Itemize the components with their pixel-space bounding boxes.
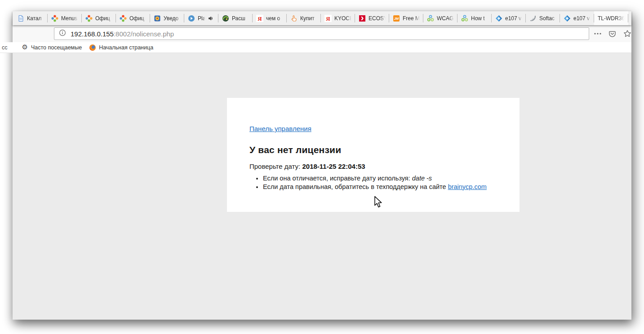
tab-strip: КаталMenusОфицОфицУведоPlaРасшЯчем оКупи… (13, 11, 631, 25)
tab-label: How t (471, 15, 489, 22)
joomla-icon (120, 15, 127, 22)
list-item: Если она отличается, исправьте дату испо… (263, 174, 497, 183)
browser-tab[interactable]: Pla (184, 11, 218, 25)
softaculous-icon (529, 15, 537, 22)
tab-label: Free M (403, 15, 420, 22)
browser-tab[interactable]: Расш (218, 11, 253, 25)
joomla-icon (51, 15, 58, 22)
browser-tab[interactable]: ECOSY (355, 11, 389, 25)
browser-tab[interactable]: Купит (287, 11, 321, 25)
browser-tab[interactable]: Ячем о (253, 11, 287, 25)
e107-diamond-icon (564, 15, 571, 22)
page-title: У вас нет лицензии (249, 145, 497, 155)
check-date-line: Проверьте дату: 2018-11-25 22:04:53 (249, 163, 497, 170)
instructions-list: Если она отличается, исправьте дату испо… (249, 174, 497, 191)
bookmark-star-icon[interactable] (623, 30, 631, 38)
tab-label: чем о (266, 15, 284, 22)
tab-label: e107 v (573, 15, 591, 22)
svg-text:Я: Я (326, 15, 330, 22)
e107-diamond-icon (495, 15, 502, 22)
tab-label: Уведо (164, 15, 181, 22)
url-text: 192.168.0.155:8002/nolicense.php (71, 30, 174, 38)
joomla-icon (85, 15, 93, 22)
tab-label: WCAG (437, 15, 454, 22)
bookmark-label: Начальная страница (99, 44, 153, 51)
pocket-icon[interactable] (608, 30, 616, 38)
tab-audio-icon[interactable] (208, 16, 213, 21)
date-value: 2018-11-25 22:04:53 (302, 163, 365, 170)
tab-label: Офиц (95, 15, 113, 22)
browser-tab[interactable]: JMFree M (389, 11, 423, 25)
navigation-toolbar: 192.168.0.155:8002/nolicense.php (13, 25, 631, 42)
page-viewport: Панель управления У вас нет лицензии Про… (13, 53, 631, 320)
catalog-doc-icon (17, 15, 24, 22)
browser-tab[interactable]: Офиц (82, 11, 116, 25)
browser-window: КаталMenusОфицОфицУведоPlaРасшЯчем оКупи… (13, 11, 631, 320)
browser-tab[interactable]: Softac (526, 11, 560, 25)
tab-label: KYOCE (334, 15, 352, 22)
extensions-green-icon (222, 15, 229, 22)
svg-text:Я: Я (258, 15, 262, 22)
tab-label: Softac (539, 15, 557, 22)
browser-tab[interactable]: Катал (13, 11, 48, 25)
browser-tab[interactable]: How t (457, 11, 492, 25)
browser-tab[interactable]: TL-WDR36 (594, 11, 628, 25)
tri-circles-icon (461, 15, 468, 22)
bookmarks-bar: сс ⚙ Часто посещаемые Начальная страница (0, 42, 631, 53)
bookmark-item-home[interactable]: Начальная страница (89, 44, 153, 51)
browser-tab[interactable]: Офиц (116, 11, 150, 25)
url-input[interactable]: 192.168.0.155:8002/nolicense.php (54, 27, 589, 40)
browser-tab[interactable]: e107 v (492, 11, 526, 25)
browser-tab[interactable]: WCAG (423, 11, 457, 25)
site-info-icon[interactable] (59, 29, 66, 38)
bookmark-label: Часто посещаемые (31, 44, 82, 51)
tab-label: Menus (61, 15, 79, 22)
browser-tab[interactable]: Menus (48, 11, 82, 25)
tab-label: ECOSY (369, 15, 386, 22)
date-command: date -s (412, 175, 432, 182)
bookmark-item-frequent[interactable]: ⚙ Часто посещаемые (22, 44, 82, 51)
tab-label: Купит (300, 15, 318, 22)
browser-tab[interactable]: ЯKYOCE (321, 11, 355, 25)
mvd-badge-icon (154, 15, 161, 22)
tab-label: Pla (198, 15, 205, 22)
tab-label: Офиц (129, 15, 147, 22)
tab-label: e107 v (505, 15, 523, 22)
tab-label: TL-WDR36 (598, 15, 625, 22)
browser-tab[interactable]: Уведо (150, 11, 184, 25)
list-item: Если дата правильная, обратитесь в техпо… (263, 183, 497, 191)
license-error-card: Панель управления У вас нет лицензии Про… (227, 98, 520, 212)
control-panel-link[interactable]: Панель управления (249, 125, 311, 132)
gear-icon: ⚙ (22, 44, 28, 51)
yandex-icon: Я (256, 15, 263, 22)
brainycp-link[interactable]: brainycp.com (448, 183, 487, 190)
tab-label: Катал (27, 15, 44, 22)
tab-label: Расш (232, 15, 249, 22)
browser-tab[interactable]: e107 v (560, 11, 594, 25)
firefox-icon (89, 44, 96, 51)
hand-cursor-icon (290, 15, 298, 22)
clipped-bookmark-label[interactable]: сс (2, 44, 8, 51)
tri-circles-icon (427, 15, 434, 22)
jm-orange-icon: JM (393, 15, 400, 22)
play-circle-icon (188, 15, 195, 22)
yandex-icon: Я (324, 15, 332, 22)
svg-text:JM: JM (394, 17, 399, 21)
kyocera-red-icon (359, 15, 366, 22)
page-actions-icon[interactable] (594, 33, 601, 35)
